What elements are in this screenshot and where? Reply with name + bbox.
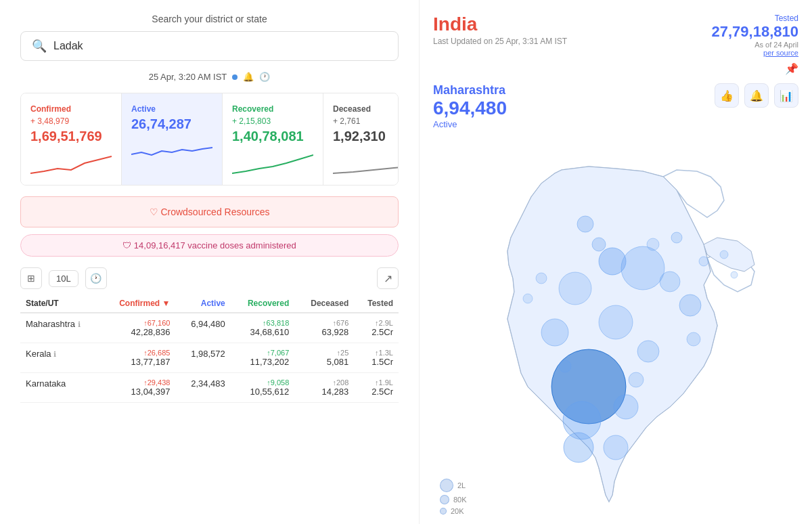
legend-circle-20k [440,508,447,515]
bubble-karnataka [563,401,601,439]
svg-point-8 [647,238,659,250]
deceased-delta: + 2,761 [333,116,399,126]
confirmed-value: 1,69,51,769 [30,129,112,144]
timestamp-text: 25 Apr, 3:20 AM IST [149,72,227,82]
state-actions: 👍 🔔 📊 [715,83,798,108]
state-name: Karnataka [26,378,66,389]
confirmed-delta: ↑67,160 [106,319,170,327]
recovered-value: 1,40,78,081 [232,129,313,144]
col-deceased[interactable]: Deceased [294,294,354,313]
active-val: 2,34,483 [181,378,225,389]
left-panel: Search your district or state 🔍 25 Apr, … [0,0,420,524]
legend-label-2l: 2L [457,481,466,489]
state-info-icon[interactable]: ℹ [53,350,56,358]
recovered-delta: ↑7,067 [236,349,290,357]
svg-point-9 [731,271,738,278]
timestamp-dot [232,74,238,80]
legend-2l: 2L [440,479,467,492]
state-title[interactable]: Maharashtra [433,83,507,97]
right-panel: India Last Updated on 25 Apr, 3:31 AM IS… [420,0,812,524]
clock-icon[interactable]: 🕐 [259,72,270,82]
confirmed-delta: + 3,48,979 [30,116,112,126]
legend-20k: 20K [440,507,467,515]
svg-point-0 [671,232,682,243]
crowdsource-button[interactable]: ♡ Crowdsourced Resources [20,196,399,227]
bubble-rajasthan [559,272,591,305]
deceased-val: 63,928 [300,327,348,337]
state-name: Maharashtra [26,319,75,329]
legend-label-80k: 80K [453,496,467,504]
state-active-label: Active [433,119,507,129]
svg-point-7 [629,372,644,387]
stats-grid: Confirmed + 3,48,979 1,69,51,769 Active … [20,93,399,185]
recovered-card[interactable]: Recovered + 2,15,803 1,40,78,081 [223,93,323,185]
recovered-delta: + 2,15,803 [232,116,313,126]
search-input[interactable] [53,40,387,52]
deceased-value: 1,92,310 [333,129,399,144]
deceased-label: Deceased [333,104,399,114]
india-map-container: 2L 80K 20K [433,136,798,524]
table-row: Kerala ℹ ↑26,68513,77,187 1,98,572 ↑7,06… [20,343,399,373]
active-card[interactable]: Active 26,74,287 [122,93,223,185]
col-state: State/UT [20,294,100,313]
state-info-icon[interactable]: ℹ [78,320,81,328]
info-icon[interactable]: 🕐 [85,267,107,289]
confirmed-val: 13,04,397 [106,387,170,397]
col-tested[interactable]: Tested [354,294,399,313]
table-row: Karnataka ↑29,43813,04,397 2,34,483 ↑9,0… [20,373,399,403]
tested-val: 1.5Cr [359,357,393,367]
state-active-value: 6,94,480 [433,97,507,119]
state-info-block: Maharashtra 6,94,480 Active [433,83,507,129]
deceased-card[interactable]: Deceased + 2,761 1,92,310 [323,93,399,185]
bubble-bihar [660,271,680,292]
like-button[interactable]: 👍 [715,83,739,108]
recovered-val: 11,73,202 [236,357,290,367]
country-title: India [433,14,567,35]
tested-source[interactable]: per source [763,49,798,57]
confirmed-card[interactable]: Confirmed + 3,48,979 1,69,51,769 [21,93,122,185]
col-recovered[interactable]: Recovered [231,294,295,313]
india-map-svg[interactable] [453,156,778,508]
tested-delta: ↑1.3L [359,349,393,357]
export-button[interactable]: ↗ [377,267,399,289]
bubble-haryana [592,238,606,251]
timestamp-bar: 25 Apr, 3:20 AM IST 🔔 🕐 [20,72,399,82]
recovered-delta: ↑9,058 [236,378,290,387]
table-toolbar: ⊞ 10L 🕐 ↗ [20,267,399,289]
vaccine-bar: 🛡 14,09,16,417 vaccine doses administere… [20,234,399,257]
legend-circle-2l [440,479,453,492]
deceased-delta: ↑676 [300,319,348,327]
map-legend: 2L 80K 20K [440,479,467,515]
svg-point-1 [699,257,708,266]
pin-icon[interactable]: 📌 [785,62,798,75]
active-value: 26,74,287 [131,116,212,132]
recovered-delta: ↑63,818 [236,319,290,327]
table-row: Maharashtra ℹ ↑67,16042,28,836 6,94,480 … [20,313,399,343]
top-header: India Last Updated on 25 Apr, 3:31 AM IS… [433,14,798,57]
tested-info: Tested 27,79,18,810 As of 24 April per s… [712,14,798,57]
tested-delta: ↑1.9L [359,378,393,387]
bubble-gujarat [541,319,568,346]
legend-label-20k: 20K [451,507,464,515]
confirmed-label: Confirmed [30,104,112,114]
col-confirmed[interactable]: Confirmed ▼ [100,294,175,313]
table-view-icon[interactable]: ⊞ [20,267,42,289]
deceased-val: 14,283 [300,387,348,397]
bubble-punjab [577,216,593,232]
legend-circle-80k [440,495,449,504]
state-section: Maharashtra 6,94,480 Active 👍 🔔 📊 [433,83,798,129]
chart-button[interactable]: 📊 [774,83,798,108]
col-active[interactable]: Active [175,294,230,313]
bubble-tn [604,435,628,460]
tested-delta: ↑2.9L [359,319,393,327]
bubble-wb [679,294,701,316]
confirmed-delta: ↑29,438 [106,378,170,387]
svg-point-3 [536,273,547,284]
recovered-label: Recovered [232,104,313,114]
tested-label: Tested [712,14,798,23]
active-label: Active [131,104,212,114]
threshold-button[interactable]: 10L [49,270,78,287]
bell-icon[interactable]: 🔔 [243,72,254,82]
active-sparkline [131,137,212,165]
notify-button[interactable]: 🔔 [744,83,769,108]
